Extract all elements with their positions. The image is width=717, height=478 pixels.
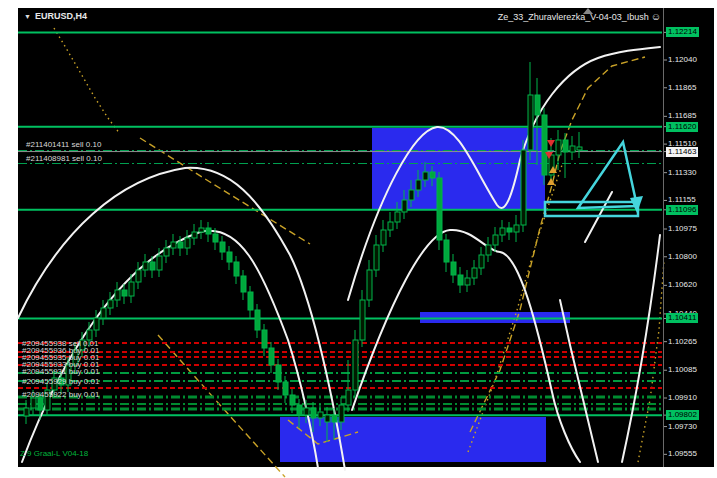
indicator-name-label: Z 9 Graal-L V04-18	[20, 449, 88, 458]
indicator-title-text: Ze_33_Zhuravlerezka_V-04-03_Ibush	[498, 12, 649, 22]
axis-price-label: 1.10620	[666, 280, 699, 290]
axis-price-label: 1.11330	[666, 168, 698, 178]
axis-price-label: 1.11685	[666, 111, 698, 121]
level-price-tag: 1.09802	[666, 410, 699, 420]
symbol-timeframe-label[interactable]: ▼EURUSD,H4	[24, 11, 87, 21]
chart-graphics	[0, 0, 717, 478]
axis-price-label: 1.10975	[666, 224, 699, 234]
axis-price-label: 1.10265	[666, 337, 699, 347]
horizontal-order-lines	[18, 151, 662, 410]
indicator-title: Ze_33_Zhuravlerezka_V-04-03_Ibush☺	[498, 11, 661, 22]
axis-price-label: 1.12040	[666, 55, 699, 65]
smiley-icon: ☺	[651, 11, 661, 22]
axis-price-label: 1.09910	[666, 393, 699, 403]
order-label: #209455929 buy 0.01	[22, 378, 99, 386]
axis-price-label: 1.10085	[666, 365, 699, 375]
order-label: #209455931 buy 0.01	[22, 368, 99, 376]
order-label: #211408981 sell 0.10	[26, 155, 102, 163]
current-price-tag: 1.11463	[666, 147, 698, 157]
axis-price-label: 1.10800	[666, 252, 699, 262]
axis-price-label: 1.09730	[666, 422, 699, 432]
symbol-text: EURUSD,H4	[35, 11, 87, 21]
chevron-down-icon: ▼	[24, 13, 31, 20]
level-price-tag: 1.11620	[666, 122, 698, 132]
level-price-tag: 1.11096	[666, 205, 698, 215]
order-label: #209455922 buy 0.01	[22, 391, 99, 399]
level-price-tag: 1.10411	[666, 313, 698, 323]
level-price-tag: 1.12214	[666, 27, 699, 37]
axis-price-label: 1.09555	[666, 449, 699, 459]
axis-price-label: 1.11865	[666, 83, 698, 93]
order-label: #211401411 sell 0.10	[26, 141, 101, 149]
price-axis-separator	[663, 8, 664, 467]
mt4-chart-window: ▼EURUSD,H4 Ze_33_Zhuravlerezka_V-04-03_I…	[0, 0, 717, 478]
